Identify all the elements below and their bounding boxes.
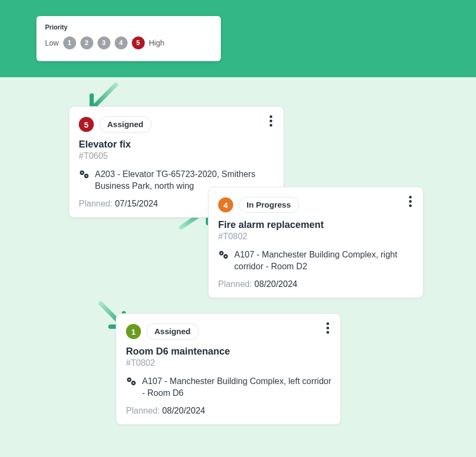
planned-label: Planned: — [126, 406, 162, 415]
svg-point-11 — [133, 382, 135, 384]
priority-low-text: Low — [45, 39, 59, 47]
more-button[interactable] — [264, 114, 277, 127]
task-location: A107 - Manchester Building Complex, left… — [142, 375, 332, 399]
priority-badge: 1 — [126, 324, 141, 339]
priority-chip-3[interactable]: 3 — [98, 36, 110, 49]
svg-point-1 — [81, 172, 83, 174]
task-card: 1 Assigned Room D6 maintenance #T0802 A1… — [116, 313, 341, 425]
priority-badge: 5 — [79, 117, 94, 132]
task-title: Elevator fix — [79, 139, 275, 150]
status-pill: Assigned — [99, 116, 152, 132]
svg-point-9 — [129, 379, 130, 381]
status-pill: Assigned — [146, 323, 199, 340]
task-title: Fire alarm replacement — [218, 219, 414, 231]
priority-chip-4[interactable]: 4 — [115, 36, 128, 49]
svg-point-7 — [225, 256, 227, 257]
svg-point-5 — [221, 253, 222, 254]
planned-date: 07/15/2024 — [115, 199, 158, 208]
planned-row: Planned: 08/20/2024 — [126, 406, 332, 416]
more-button[interactable] — [321, 321, 334, 334]
priority-chip-1[interactable]: 1 — [63, 36, 76, 49]
priority-chip-5[interactable]: 5 — [132, 36, 145, 49]
gears-icon — [79, 169, 90, 179]
status-pill: In Progress — [239, 197, 299, 213]
task-id: #T0605 — [79, 151, 275, 161]
priority-label: Priority — [45, 24, 212, 31]
task-title: Room D6 maintenance — [126, 346, 332, 357]
svg-point-3 — [86, 175, 87, 177]
task-card: 4 In Progress Fire alarm replacement #T0… — [208, 187, 423, 298]
priority-card: Priority Low 1 2 3 4 5 High — [36, 16, 221, 61]
more-button[interactable] — [404, 195, 416, 208]
task-location: A107 - Manchester Building Complex, righ… — [234, 249, 414, 272]
priority-high-text: High — [149, 39, 165, 47]
task-id: #T0802 — [126, 358, 332, 368]
planned-row: Planned: 08/20/2024 — [218, 279, 414, 289]
planned-label: Planned: — [79, 199, 115, 208]
gears-icon — [218, 250, 229, 260]
priority-chip-2[interactable]: 2 — [80, 36, 93, 49]
priority-badge: 4 — [218, 197, 233, 212]
task-id: #T0802 — [218, 232, 414, 241]
planned-label: Planned: — [218, 279, 255, 289]
priority-row: Low 1 2 3 4 5 High — [45, 36, 212, 49]
planned-date: 08/20/2024 — [162, 406, 205, 415]
planned-date: 08/20/2024 — [255, 279, 298, 289]
gears-icon — [126, 377, 137, 386]
